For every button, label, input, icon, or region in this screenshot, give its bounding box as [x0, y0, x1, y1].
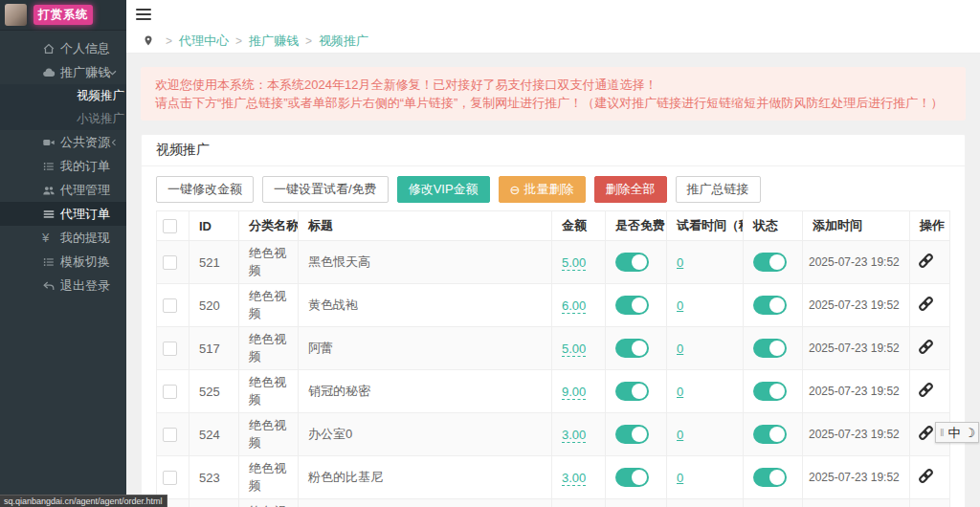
preview-time-link[interactable]: 0	[677, 471, 683, 485]
single-link-icon[interactable]	[918, 339, 934, 355]
free-toggle[interactable]	[615, 253, 649, 272]
video-promote-panel: 视频推广 一键修改金额 一键设置试看/免费 修改VIP金额 ⊖批量删除 删除全部…	[141, 134, 966, 507]
free-toggle[interactable]	[615, 339, 649, 358]
ime-chinese-mode[interactable]: 中	[948, 427, 961, 439]
price-edit-link[interactable]: 3.00	[562, 471, 586, 486]
table-row: 525 绝色视频 销冠的秘密 9.00 0 2025-07-23 19:52	[157, 370, 950, 413]
batch-edit-price-button[interactable]: 一键修改金额	[156, 176, 254, 203]
ime-drag-handle[interactable]: ‖	[940, 428, 945, 438]
free-toggle[interactable]	[615, 468, 649, 487]
breadcrumb-separator: >	[166, 34, 172, 48]
sidebar-item-logout[interactable]: 退出登录	[0, 274, 126, 298]
sidebar-item-video-promote[interactable]: 视频推广	[0, 84, 126, 107]
ime-fullwidth-moon-icon[interactable]: ☽	[965, 427, 976, 439]
cell-category: 绝色视频	[239, 241, 299, 284]
delete-all-button[interactable]: 删除全部	[594, 176, 667, 203]
sidebar-item-profile[interactable]: 个人信息	[0, 36, 126, 60]
breadcrumb-separator: >	[305, 34, 312, 48]
sidebar-item-my-orders[interactable]: 我的订单	[0, 154, 126, 178]
free-toggle[interactable]	[615, 296, 649, 315]
table-wrap: ID 分类名称 标题 金额 是否免费 试看时间（秒） 状态 添加时间 操作 52…	[142, 210, 965, 507]
cell-add-time: 2025-07-23 19:52	[803, 370, 910, 413]
sidebar-item-label: 公共资源	[60, 135, 110, 149]
users-icon	[42, 184, 56, 197]
single-link-icon[interactable]	[918, 253, 934, 269]
cell-title: 阿蕾	[299, 327, 552, 370]
cell-category: 绝色视频	[239, 413, 299, 456]
promote-master-link-button[interactable]: 推广总链接	[676, 176, 761, 203]
price-edit-link[interactable]: 9.00	[562, 385, 586, 400]
col-add-time: 添加时间	[803, 211, 910, 241]
sidebar-submenu: 视频推广 小说推广	[0, 84, 126, 130]
free-toggle[interactable]	[615, 425, 649, 444]
breadcrumb-link-video-promote[interactable]: 视频推广	[319, 33, 368, 50]
preview-time-link[interactable]: 0	[677, 298, 683, 313]
cell-category: 绝色视频	[239, 370, 299, 413]
price-edit-link[interactable]: 5.00	[562, 342, 586, 357]
breadcrumb-link-agent-center[interactable]: 代理中心	[179, 33, 229, 50]
col-actions: 操作	[910, 211, 950, 241]
edit-vip-price-button[interactable]: 修改VIP金额	[397, 176, 490, 203]
batch-set-preview-free-button[interactable]: 一键设置试看/免费	[262, 176, 389, 203]
button-label: 推广总链接	[687, 177, 749, 202]
free-toggle[interactable]	[615, 382, 649, 401]
sidebar-item-my-withdraw[interactable]: ¥ 我的提现	[0, 226, 126, 250]
status-toggle[interactable]	[753, 468, 787, 487]
row-checkbox[interactable]	[163, 428, 177, 442]
col-id: ID	[189, 211, 239, 241]
sidebar-item-template-switch[interactable]: 模板切换	[0, 250, 126, 274]
menu-icon	[42, 208, 56, 221]
preview-time-link[interactable]: 0	[677, 342, 683, 356]
preview-time-link[interactable]: 0	[677, 385, 683, 399]
status-toggle[interactable]	[753, 382, 787, 401]
app-title: 打赏系统	[33, 5, 93, 25]
collapse-menu-icon[interactable]	[136, 9, 151, 20]
sidebar-item-label: 个人信息	[60, 41, 110, 55]
button-label: 一键设置试看/免费	[274, 177, 377, 202]
status-toggle[interactable]	[753, 339, 787, 358]
cell-add-time: 2025-07-23 19:52	[803, 284, 910, 327]
single-link-icon[interactable]	[918, 382, 934, 398]
status-toggle[interactable]	[753, 425, 787, 444]
row-checkbox[interactable]	[163, 298, 177, 313]
table-row: 524 绝色视频 办公室0 3.00 0 2025-07-23 19:52	[157, 413, 950, 456]
preview-time-link[interactable]: 0	[677, 255, 683, 270]
single-link-icon[interactable]	[918, 296, 934, 312]
single-link-icon[interactable]	[918, 468, 934, 484]
cell-id: 520	[189, 284, 239, 327]
single-link-icon[interactable]	[918, 425, 934, 441]
status-toggle[interactable]	[753, 296, 787, 315]
ime-indicator[interactable]: ‖ 中 ☽	[935, 422, 979, 443]
col-status: 状态	[744, 211, 803, 241]
price-edit-link[interactable]: 3.00	[562, 428, 586, 443]
welcome-alert: 欢迎您使用本系统：本系统2024年12月全新修复！已对接好了易支付接口双支付通道…	[141, 67, 966, 121]
cell-add-time: 2025-07-23 19:52	[803, 499, 910, 507]
sidebar-item-agent-orders[interactable]: 代理订单	[0, 202, 126, 226]
toolbar: 一键修改金额 一键设置试看/免费 修改VIP金额 ⊖批量删除 删除全部 推广总链…	[142, 166, 965, 210]
logo-avatar	[5, 4, 27, 26]
breadcrumb-separator: >	[235, 34, 242, 48]
price-edit-link[interactable]: 6.00	[562, 298, 586, 314]
table-row: 520 绝色视频 黄色战袍 6.00 0 2025-07-23 19:52	[157, 284, 950, 327]
status-toggle[interactable]	[753, 253, 787, 272]
row-checkbox[interactable]	[163, 471, 177, 485]
batch-delete-button[interactable]: ⊖批量删除	[499, 176, 586, 203]
sidebar-item-promote-earn[interactable]: 推广赚钱	[0, 60, 126, 84]
select-all-checkbox[interactable]	[163, 219, 177, 233]
chevron-left-icon	[111, 138, 117, 146]
row-checkbox[interactable]	[163, 255, 177, 270]
price-edit-link[interactable]: 5.00	[562, 255, 586, 271]
breadcrumb-link-promote-earn[interactable]: 推广赚钱	[249, 33, 299, 50]
logo-bar: 打赏系统	[0, 0, 126, 31]
row-checkbox[interactable]	[163, 385, 177, 399]
preview-time-link[interactable]: 0	[677, 428, 683, 442]
sidebar-item-label: 模板切换	[60, 254, 110, 269]
sidebar-item-agent-manage[interactable]: 代理管理	[0, 178, 126, 202]
sidebar-item-public-resources[interactable]: 公共资源	[0, 130, 126, 154]
cell-category: 绝色视频	[239, 327, 299, 370]
sidebar-item-label: 视频推广	[77, 89, 124, 102]
sidebar-item-label: 我的订单	[60, 159, 110, 173]
row-checkbox[interactable]	[163, 342, 177, 356]
sidebar-item-novel-promote[interactable]: 小说推广	[0, 107, 126, 130]
cell-add-time: 2025-07-23 19:52	[803, 456, 910, 499]
